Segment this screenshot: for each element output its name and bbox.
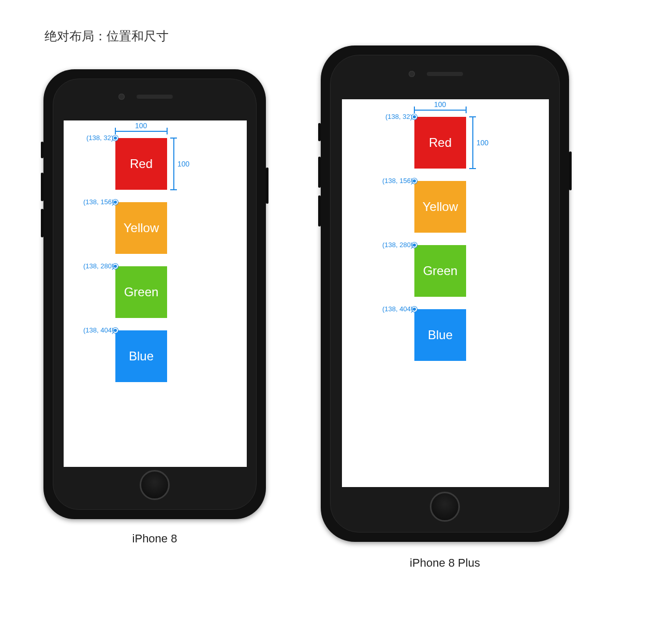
square-green: Green (115, 266, 167, 318)
screen-iphone8: 100 100 Red (138, 32) Yellow (138, 156) … (64, 120, 247, 467)
coord-red-plus: (138, 32) (385, 113, 412, 120)
dot-red-plus (412, 114, 417, 119)
dot-red (113, 135, 118, 141)
dim-height-label: 100 (177, 160, 189, 168)
square-green-label: Green (124, 285, 159, 299)
coord-blue-plus: (138, 404) (382, 305, 413, 313)
square-blue-label: Blue (129, 349, 154, 363)
coord-red: (138, 32) (86, 134, 113, 142)
dim-width-label-plus: 100 (434, 100, 446, 109)
dim-height-label-plus: 100 (476, 139, 488, 147)
square-yellow: Yellow (115, 202, 167, 254)
square-yellow-plus-label: Yellow (423, 200, 458, 214)
square-red: Red (115, 138, 167, 190)
dim-width-label: 100 (135, 122, 147, 130)
square-yellow-label: Yellow (124, 221, 159, 235)
home-button (140, 470, 170, 500)
coord-yellow-plus: (138, 156) (382, 177, 413, 185)
square-blue-plus: Blue (414, 309, 466, 361)
square-blue: Blue (115, 330, 167, 382)
coord-blue: (138, 404) (83, 326, 114, 334)
square-green-plus: Green (414, 245, 466, 297)
coord-green-plus: (138, 280) (382, 241, 413, 249)
coord-yellow: (138, 156) (83, 198, 114, 206)
square-blue-plus-label: Blue (428, 328, 453, 342)
square-red-plus: Red (414, 117, 466, 169)
square-red-plus-label: Red (429, 135, 452, 150)
home-button-plus (430, 492, 460, 522)
diagram-title: 绝对布局：位置和尺寸 (44, 28, 169, 44)
device-label-iphone8: iPhone 8 (132, 532, 177, 545)
square-red-label: Red (130, 157, 153, 171)
square-green-plus-label: Green (423, 264, 458, 278)
coord-green: (138, 280) (83, 262, 114, 270)
square-yellow-plus: Yellow (414, 181, 466, 233)
screen-iphone8plus: 100 100 Red (138, 32) Yellow (138, 156) … (342, 99, 549, 487)
device-label-iphone8plus: iPhone 8 Plus (410, 556, 480, 570)
device-iphone8: 100 100 Red (138, 32) Yellow (138, 156) … (43, 69, 266, 519)
device-iphone8plus: 100 100 Red (138, 32) Yellow (138, 156) … (321, 45, 569, 542)
